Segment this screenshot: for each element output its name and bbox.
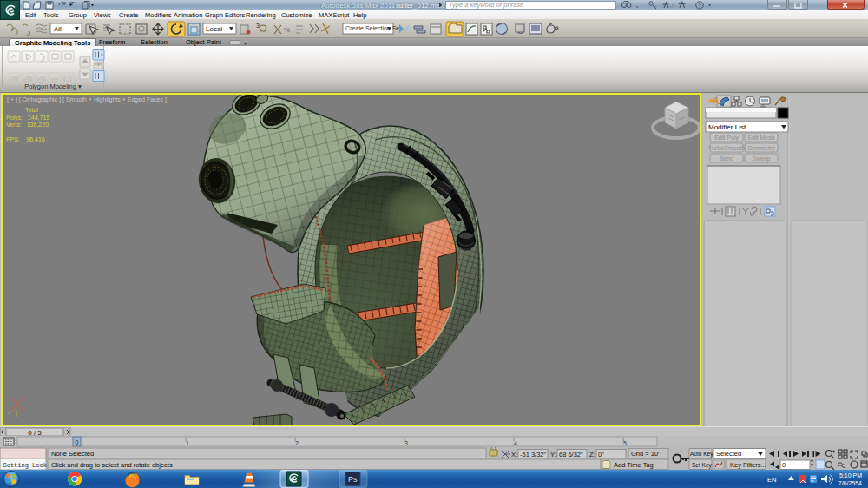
svg-text:All: All	[54, 25, 62, 33]
svg-text:Edit Mesh: Edit Mesh	[747, 135, 774, 141]
svg-text:5: 5	[623, 440, 627, 446]
svg-text:Selected: Selected	[716, 450, 741, 458]
svg-text:7/6/2554: 7/6/2554	[838, 480, 862, 486]
svg-text:4: 4	[514, 440, 517, 446]
svg-text:-51 3/32": -51 3/32"	[520, 451, 547, 458]
svg-text:EN: EN	[767, 476, 776, 484]
svg-text:3: 3	[256, 23, 260, 29]
svg-text:Setting Look: Setting Look	[3, 462, 47, 469]
svg-text:Z:: Z:	[589, 451, 595, 458]
svg-text:None Selected: None Selected	[51, 450, 94, 458]
svg-text:Local: Local	[206, 25, 222, 33]
svg-text:1: 1	[186, 440, 189, 446]
svg-text:Edit Poly: Edit Poly	[714, 135, 739, 142]
svg-text:Modifier List: Modifier List	[708, 123, 746, 131]
svg-text:%: %	[284, 26, 290, 34]
svg-text:3: 3	[404, 440, 408, 446]
svg-text:68 6/32": 68 6/32"	[559, 451, 583, 458]
svg-text:Y:: Y:	[550, 451, 556, 458]
svg-text:Create Selection Se: Create Selection Se	[345, 25, 399, 31]
svg-text:0": 0"	[598, 451, 604, 458]
svg-text:TurboSmooth: TurboSmooth	[708, 145, 745, 151]
svg-text:Grid = 10": Grid = 10"	[631, 450, 661, 458]
svg-text:5:10 PM: 5:10 PM	[839, 472, 862, 478]
svg-text:Add Time Tag: Add Time Tag	[614, 461, 654, 469]
svg-text:?: ?	[698, 3, 701, 9]
svg-text:Symmetry: Symmetry	[747, 145, 775, 152]
svg-text:X:: X:	[511, 451, 517, 458]
svg-text:0: 0	[76, 439, 79, 445]
svg-text:Bend: Bend	[720, 155, 733, 162]
svg-text:Set Key: Set Key	[692, 462, 713, 469]
svg-text:Sweep: Sweep	[752, 155, 771, 162]
svg-text:Ps: Ps	[348, 475, 358, 484]
svg-text:Click and drag to select and r: Click and drag to select and rotate obje…	[51, 461, 173, 469]
svg-text:Key Filters...: Key Filters...	[730, 461, 766, 469]
svg-text:Auto Key: Auto Key	[690, 451, 713, 458]
svg-text:0: 0	[782, 461, 786, 469]
svg-text:2: 2	[295, 440, 299, 446]
